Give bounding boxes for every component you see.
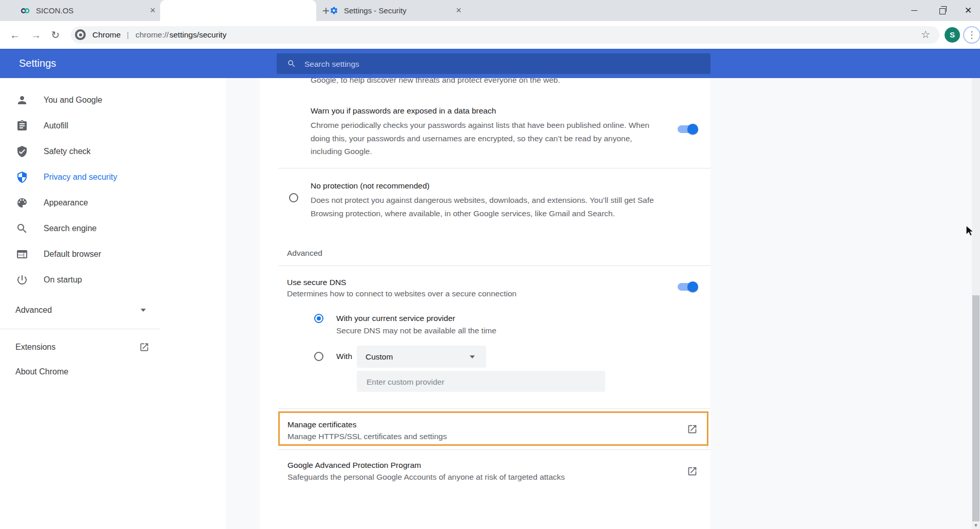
no-protection-description: Does not protect you against dangerous w… <box>311 194 674 220</box>
profile-avatar[interactable]: S <box>945 27 960 43</box>
external-link-icon <box>139 342 149 352</box>
sidebar-item-appearance[interactable]: Appearance <box>0 190 195 216</box>
password-breach-toggle[interactable] <box>678 125 697 133</box>
advanced-section-header: Advanced <box>287 248 322 258</box>
search-settings-input[interactable] <box>303 53 701 75</box>
window-minimize-button[interactable] <box>902 0 926 21</box>
row-divider <box>278 168 710 168</box>
custom-provider-field[interactable] <box>357 371 605 392</box>
sidebar-item-default-browser[interactable]: Default browser <box>0 241 195 267</box>
password-breach-description: Chrome periodically checks your password… <box>311 119 650 158</box>
secure-dns-title: Use secure DNS <box>287 277 346 288</box>
chevron-down-icon <box>470 355 475 358</box>
sidebar-item-safety-check[interactable]: Safety check <box>0 139 195 164</box>
no-protection-title: No protection (not recommended) <box>311 181 430 191</box>
advanced-protection-description: Safeguards the personal Google Accounts … <box>287 472 565 482</box>
no-protection-radio[interactable] <box>289 193 298 202</box>
sidebar-item-label: Appearance <box>44 190 88 216</box>
sidebar-item-about-chrome[interactable]: About Chrome <box>0 359 195 385</box>
magnifier-icon <box>16 222 28 235</box>
dns-provider-select[interactable]: Custom <box>357 346 486 368</box>
browser-window-icon <box>16 248 28 260</box>
browser-window: SICON.OS × Settings - Security × + ✕ ← →… <box>0 0 980 529</box>
reload-button[interactable]: ↻ <box>49 28 62 42</box>
left-gutter <box>226 78 260 529</box>
external-link-icon[interactable] <box>687 424 698 434</box>
page-label: Chrome <box>92 26 121 44</box>
url-separator: | <box>127 26 129 44</box>
tab-sicon-os[interactable]: SICON.OS × <box>6 0 158 21</box>
sidebar-item-search-engine[interactable]: Search engine <box>0 216 195 241</box>
external-link-icon[interactable] <box>687 466 698 477</box>
password-breach-title: Warn you if passwords are exposed in a d… <box>311 106 496 116</box>
manage-certificates-title: Manage certificates <box>287 420 356 430</box>
sidebar-item-label: Safety check <box>44 139 91 164</box>
right-gutter <box>710 78 972 529</box>
url-scheme: chrome:// <box>136 26 169 44</box>
bookmark-star-icon[interactable]: ☆ <box>921 28 930 41</box>
dns-provider-radio[interactable] <box>314 314 323 323</box>
sicon-favicon-icon <box>21 6 30 15</box>
minimize-icon <box>911 10 917 11</box>
tab-close-icon[interactable]: × <box>148 6 158 15</box>
sidebar-item-autofill[interactable]: Autofill <box>0 113 195 139</box>
section-divider <box>278 266 710 266</box>
row-divider <box>278 408 710 409</box>
about-chrome-label: About Chrome <box>15 359 68 385</box>
custom-provider-input[interactable] <box>366 371 599 393</box>
dns-custom-label: With <box>336 351 352 362</box>
mouse-cursor <box>965 225 976 237</box>
advanced-label: Advanced <box>15 297 52 323</box>
browser-menu-button[interactable]: ⋮ <box>963 26 980 44</box>
window-restore-button[interactable] <box>931 0 954 21</box>
tab-title: Settings - Security <box>344 0 407 21</box>
scrollbar-thumb[interactable] <box>972 295 979 521</box>
person-icon <box>16 94 28 106</box>
palette-icon <box>16 197 28 209</box>
shield-check-icon <box>16 145 28 158</box>
manage-certificates-description: Manage HTTPS/SSL certificates and settin… <box>287 431 447 442</box>
toggle-thumb <box>687 124 698 135</box>
tab-strip: SICON.OS × Settings - Security × + ✕ <box>0 0 980 21</box>
dns-provider-sublabel: Secure DNS may not be available all the … <box>336 326 496 336</box>
back-button[interactable]: ← <box>9 28 21 42</box>
sidebar-item-on-startup[interactable]: On startup <box>0 267 195 293</box>
select-value: Custom <box>366 346 393 368</box>
secure-dns-description: Determines how to connect to websites ov… <box>287 289 516 299</box>
secure-dns-toggle[interactable] <box>678 283 697 291</box>
sidebar-advanced-toggle[interactable]: Advanced <box>0 297 195 323</box>
close-icon: ✕ <box>965 6 972 15</box>
dns-custom-radio[interactable] <box>314 352 323 361</box>
sidebar-item-label: You and Google <box>44 87 102 113</box>
sidebar-item-label: On startup <box>44 267 82 293</box>
security-shield-icon <box>16 171 28 183</box>
power-icon <box>16 274 28 286</box>
tab-close-icon[interactable]: × <box>454 6 464 15</box>
row-divider <box>278 449 710 450</box>
page-title: Settings <box>19 49 56 78</box>
toggle-thumb <box>687 281 698 292</box>
new-tab-button[interactable]: + <box>322 4 330 17</box>
chevron-down-icon <box>141 309 146 312</box>
sidebar-item-label: Autofill <box>44 113 68 139</box>
chrome-page-icon <box>75 29 86 40</box>
window-close-button[interactable]: ✕ <box>956 0 980 21</box>
dns-provider-label: With your current service provider <box>336 313 455 324</box>
settings-search-box[interactable] <box>277 53 710 74</box>
advanced-protection-title: Google Advanced Protection Program <box>287 460 421 470</box>
sidebar-item-privacy-and-security[interactable]: Privacy and security <box>0 164 195 190</box>
scrollbar-down-arrow[interactable]: ▼ <box>972 522 980 529</box>
gear-favicon-icon <box>330 6 338 15</box>
tab-title: SICON.OS <box>36 0 73 21</box>
sidebar-item-label: Search engine <box>44 216 97 241</box>
restore-icon <box>939 8 946 14</box>
forward-button[interactable]: → <box>30 28 42 42</box>
clipboard-icon <box>16 120 28 132</box>
sidebar-item-extensions[interactable]: Extensions <box>0 334 195 360</box>
tab-settings-security[interactable]: Settings - Security × <box>160 0 316 21</box>
sidebar-item-you-and-google[interactable]: You and Google <box>0 87 195 113</box>
search-icon <box>287 59 296 68</box>
sidebar-item-label: Privacy and security <box>44 164 117 190</box>
extensions-label: Extensions <box>15 334 55 360</box>
sidebar-divider <box>0 329 160 329</box>
